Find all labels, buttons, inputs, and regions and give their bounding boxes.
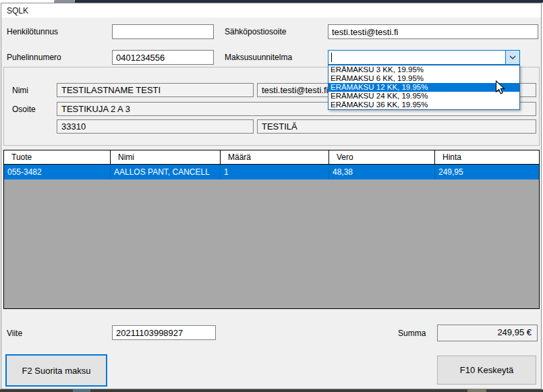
maksusuunnitelma-combobox[interactable] bbox=[328, 50, 520, 65]
header-cell-hinta[interactable]: Hinta bbox=[435, 150, 539, 164]
cell-nimi: AALLOS PANT, CANCELL bbox=[111, 165, 221, 179]
background-bottom-fragment bbox=[467, 389, 486, 392]
viite-input[interactable] bbox=[112, 325, 216, 340]
dropdown-item-3[interactable]: ERÄMAKSU 24 KK, 19.95% bbox=[328, 92, 519, 101]
summa-label: Summa bbox=[398, 329, 426, 338]
maksusuunnitelma-label: Maksusuunnitelma bbox=[225, 53, 292, 62]
cell-tuote: 055-3482 bbox=[4, 165, 111, 179]
f2-suorita-maksu-button[interactable]: F2 Suorita maksu bbox=[5, 354, 107, 387]
sahkopostiosoite-input[interactable] bbox=[328, 24, 538, 39]
osoite-label: Osoite bbox=[12, 105, 36, 114]
cell-vero: 48,38 bbox=[329, 165, 435, 179]
f10-keskeyta-button[interactable]: F10 Keskeytä bbox=[437, 356, 536, 385]
cell-hinta: 249,95 bbox=[435, 165, 539, 179]
header-cell-vero[interactable]: Vero bbox=[329, 150, 435, 164]
cell-maara: 1 bbox=[221, 165, 329, 179]
dropdown-item-1[interactable]: ERÄMAKSU 6 KK, 19.95% bbox=[328, 74, 519, 83]
puhelinnumero-input[interactable] bbox=[112, 50, 214, 65]
customer-postalcode-field: 33310 bbox=[57, 119, 254, 134]
text-caret bbox=[331, 53, 332, 62]
sahkopostiosoite-label: Sähköpostiosoite bbox=[225, 27, 286, 36]
dropdown-item-4[interactable]: ERÄMAKSU 36 KK, 19.95% bbox=[328, 101, 519, 109]
customer-city-field: TESTILÄ bbox=[257, 119, 536, 134]
combobox-dropdown-button[interactable] bbox=[505, 51, 519, 64]
henkilotunnus-input[interactable] bbox=[112, 24, 214, 39]
puhelinnumero-label: Puhelinnumero bbox=[7, 53, 61, 62]
maksusuunnitelma-combobox-input[interactable] bbox=[328, 51, 505, 64]
table-header: Tuote Nimi Määrä Vero Hinta bbox=[4, 150, 539, 165]
chevron-down-icon bbox=[509, 55, 516, 59]
customer-name-field: TESTILASTNAME TESTI bbox=[57, 83, 254, 97]
summa-field: 249,95 € bbox=[437, 325, 538, 341]
title-bar bbox=[1, 3, 541, 18]
window-title: SQLK bbox=[7, 6, 28, 16]
nimi-label: Nimi bbox=[12, 86, 28, 95]
dropdown-item-0[interactable]: ERÄMAKSU 3 KK, 19.95% bbox=[328, 65, 519, 74]
background-bottom-fragment bbox=[73, 389, 90, 392]
henkilotunnus-label: Henkilötunnus bbox=[7, 27, 58, 36]
viite-label: Viite bbox=[7, 329, 22, 338]
header-cell-nimi[interactable]: Nimi bbox=[111, 150, 221, 164]
dropdown-item-2[interactable]: ERÄMAKSU 12 KK, 19.95% bbox=[328, 83, 519, 92]
header-cell-tuote[interactable]: Tuote bbox=[4, 150, 111, 164]
maksusuunnitelma-dropdown-list: ERÄMAKSU 3 KK, 19.95% ERÄMAKSU 6 KK, 19.… bbox=[328, 65, 520, 110]
table-row[interactable]: 055-3482 AALLOS PANT, CANCELL 1 48,38 24… bbox=[4, 165, 539, 179]
products-table: Tuote Nimi Määrä Vero Hinta 055-3482 AAL… bbox=[3, 150, 540, 309]
header-cell-maara[interactable]: Määrä bbox=[221, 150, 329, 164]
screen: SQLK Henkilötunnus Sähköpostiosoite Puhe… bbox=[0, 0, 543, 392]
